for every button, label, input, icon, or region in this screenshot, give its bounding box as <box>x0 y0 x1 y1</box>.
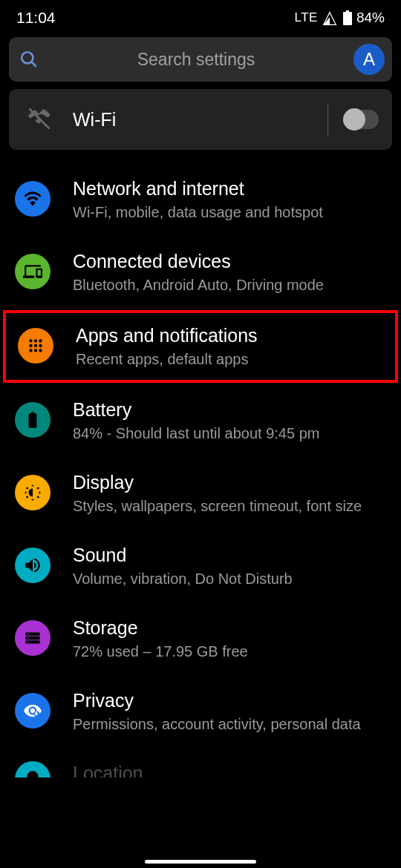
divider <box>327 103 328 136</box>
apps-icon <box>18 328 53 364</box>
item-title: Battery <box>73 399 386 421</box>
network-type-label: LTE <box>295 10 318 25</box>
svg-point-16 <box>27 634 29 635</box>
item-subtitle: Wi-Fi, mobile, data usage and hotspot <box>73 203 386 223</box>
location-icon <box>15 761 50 777</box>
svg-line-3 <box>31 62 36 67</box>
item-subtitle: Bluetooth, Android Auto, Driving mode <box>73 275 386 295</box>
status-right: LTE 84% <box>295 10 385 26</box>
settings-item-battery[interactable]: Battery 84% - Should last until about 9:… <box>0 384 401 457</box>
settings-list: Network and internet Wi-Fi, mobile, data… <box>0 163 401 777</box>
status-bar: 11:04 LTE 84% <box>0 0 401 33</box>
settings-item-sound[interactable]: Sound Volume, vibration, Do Not Disturb <box>0 530 401 602</box>
settings-item-location[interactable]: Location <box>0 748 401 777</box>
settings-item-privacy[interactable]: Privacy Permissions, account activity, p… <box>0 675 401 748</box>
nav-bar-handle[interactable] <box>145 860 256 864</box>
svg-point-8 <box>34 344 37 347</box>
item-subtitle: 72% used – 17.95 GB free <box>73 642 386 662</box>
settings-item-network[interactable]: Network and internet Wi-Fi, mobile, data… <box>0 163 401 236</box>
status-time: 11:04 <box>16 9 56 27</box>
sound-icon <box>15 548 50 583</box>
svg-point-10 <box>29 349 32 352</box>
avatar-letter: A <box>363 49 375 70</box>
item-title: Privacy <box>73 690 386 711</box>
item-title: Network and internet <box>73 178 386 200</box>
battery-percent: 84% <box>356 10 385 26</box>
item-title: Storage <box>73 617 386 639</box>
settings-item-connected-devices[interactable]: Connected devices Bluetooth, Android Aut… <box>0 236 401 309</box>
svg-point-7 <box>29 344 32 347</box>
search-icon <box>19 50 39 69</box>
signal-icon <box>322 11 337 24</box>
storage-icon <box>15 620 50 656</box>
svg-point-17 <box>27 637 29 639</box>
search-placeholder: Search settings <box>39 50 353 70</box>
item-title: Apps and notifications <box>76 325 383 346</box>
svg-point-12 <box>39 349 42 352</box>
privacy-icon <box>15 693 50 729</box>
settings-item-apps[interactable]: Apps and notifications Recent apps, defa… <box>3 310 398 383</box>
item-title: Connected devices <box>73 251 386 272</box>
svg-point-6 <box>39 339 42 342</box>
search-bar[interactable]: Search settings A <box>9 37 392 82</box>
item-subtitle: Volume, vibration, Do Not Disturb <box>73 569 386 589</box>
item-subtitle: Permissions, account activity, personal … <box>73 714 386 734</box>
display-icon <box>15 475 50 510</box>
item-subtitle: Styles, wallpapers, screen timeout, font… <box>73 496 386 516</box>
svg-point-9 <box>39 344 42 347</box>
wifi-off-icon <box>25 106 52 133</box>
toggle-knob <box>343 108 365 131</box>
wifi-toggle[interactable] <box>343 110 379 129</box>
wifi-icon <box>15 181 50 217</box>
battery-icon <box>343 10 352 25</box>
settings-item-display[interactable]: Display Styles, wallpapers, screen timeo… <box>0 457 401 530</box>
svg-rect-0 <box>346 10 349 12</box>
svg-point-18 <box>27 642 29 643</box>
item-title: Sound <box>73 545 386 566</box>
devices-icon <box>15 254 50 289</box>
avatar[interactable]: A <box>353 44 385 75</box>
svg-point-5 <box>34 339 37 342</box>
item-subtitle: Recent apps, default apps <box>76 349 383 369</box>
svg-point-2 <box>22 52 33 63</box>
battery-icon <box>15 402 50 438</box>
settings-item-storage[interactable]: Storage 72% used – 17.95 GB free <box>0 602 401 675</box>
svg-point-4 <box>29 339 32 342</box>
item-title: Display <box>73 472 386 493</box>
svg-rect-1 <box>343 12 352 25</box>
svg-point-11 <box>34 349 37 352</box>
wifi-quick-toggle-card[interactable]: Wi-Fi <box>9 89 392 150</box>
wifi-label: Wi-Fi <box>73 109 327 131</box>
item-title: Location <box>73 763 386 777</box>
item-subtitle: 84% - Should last until about 9:45 pm <box>73 424 386 444</box>
